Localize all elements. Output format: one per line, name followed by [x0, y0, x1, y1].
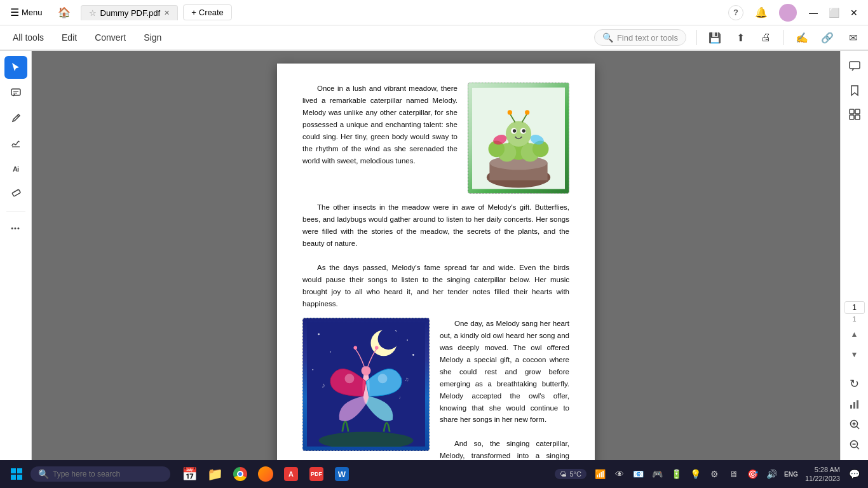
cursor-tool[interactable] [4, 56, 27, 79]
svg-point-24 [525, 110, 529, 114]
stats-button[interactable] [844, 394, 865, 414]
svg-point-23 [508, 110, 512, 114]
upload-icon[interactable]: ⬆ [730, 27, 750, 48]
svg-point-38 [345, 374, 355, 383]
create-plus-icon: + [191, 8, 196, 17]
menu-sign[interactable]: Sign [136, 29, 169, 46]
system-tray-icon-8[interactable]: 🖥 [725, 465, 743, 483]
more-tools[interactable]: ••• [4, 217, 27, 240]
system-tray-icon-9[interactable]: 🎯 [744, 465, 762, 483]
tab-star-icon: ☆ [89, 8, 97, 18]
title-bar-right: ? 🔔 — ⬜ ✕ [728, 3, 863, 23]
sign-icon[interactable]: ✍ [792, 27, 812, 48]
tab-close-icon[interactable]: ✕ [164, 9, 170, 17]
start-button[interactable] [5, 463, 28, 485]
zoom-in-button[interactable] [844, 414, 865, 435]
avatar-button[interactable] [779, 4, 797, 22]
butterfly-image: ♪ ♫ ♪ [302, 318, 430, 451]
pdf-tab[interactable]: ☆ Dummy PDF.pdf ✕ [81, 5, 179, 20]
menu-bar: All tools Edit Convert Sign 🔍 Find text … [0, 25, 868, 51]
caterpillar-image [468, 83, 569, 194]
system-tray-icon-1[interactable]: 📶 [592, 465, 609, 483]
search-placeholder: Find text or tools [617, 33, 678, 43]
extra-panel-controls: ↻ [844, 374, 865, 455]
ai-tool[interactable]: Ai [4, 158, 27, 180]
svg-point-28 [318, 333, 320, 335]
system-tray-icon-2[interactable]: 👁 [611, 465, 628, 483]
menu-divider-2 [783, 30, 784, 45]
bookmark-panel-button[interactable] [844, 80, 865, 100]
notifications-button[interactable]: 🔔 [751, 3, 771, 23]
taskbar-right: 🌤 5°C 📶 👁 📧 🎮 🔋 💡 ⚙ 🖥 🎯 🔊 ENG 5:28 AM 11… [555, 465, 863, 484]
system-tray: 📶 👁 📧 🎮 🔋 💡 ⚙ 🖥 🎯 🔊 ENG [592, 465, 800, 483]
taskbar-pdf-app[interactable]: PDF [305, 463, 328, 485]
taskbar-chrome-app[interactable] [229, 463, 252, 485]
svg-rect-63 [11, 475, 16, 480]
eraser-tool[interactable] [4, 183, 27, 206]
zoom-out-button[interactable] [844, 435, 865, 455]
menu-action-icons: 💾 ⬆ 🖨 ✍ 🔗 ✉ [694, 27, 863, 48]
scroll-down-button[interactable]: ▼ [844, 344, 865, 365]
system-tray-icon-6[interactable]: 💡 [687, 465, 705, 483]
refresh-button[interactable]: ↻ [844, 374, 865, 394]
search-bar[interactable]: 🔍 Find text or tools [594, 29, 686, 46]
title-bar: ☰ Menu 🏠 ☆ Dummy PDF.pdf ✕ + Create ? 🔔 … [0, 0, 868, 25]
menu-convert[interactable]: Convert [87, 29, 133, 46]
taskbar-search-input[interactable] [53, 470, 154, 478]
taskbar-search[interactable]: 🔍 [31, 466, 170, 482]
menu-edit[interactable]: Edit [54, 29, 85, 46]
svg-rect-0 [11, 89, 20, 95]
system-tray-icon-4[interactable]: 🎮 [649, 465, 667, 483]
system-tray-icon-5[interactable]: 🔋 [668, 465, 686, 483]
menu-button[interactable]: ☰ Menu [5, 4, 48, 21]
svg-point-29 [407, 339, 408, 341]
pdf-scroll[interactable]: Once in a lush and vibrant meadow, there… [32, 51, 840, 460]
svg-point-19 [513, 129, 516, 132]
pdf-text-para2-3: The other insects in the meadow were in … [302, 201, 569, 310]
lang-icon[interactable]: ENG [782, 465, 800, 483]
comment-tool[interactable] [4, 81, 27, 104]
page-total: 1 [844, 315, 865, 323]
close-button[interactable]: ✕ [845, 4, 863, 22]
home-button[interactable]: 🏠 [53, 4, 76, 21]
svg-point-33 [312, 369, 313, 370]
help-button[interactable]: ? [728, 5, 743, 20]
minimize-button[interactable]: — [804, 4, 822, 22]
svg-rect-51 [850, 405, 852, 409]
email-icon[interactable]: ✉ [843, 27, 863, 48]
taskbar-explorer-app[interactable]: 📁 [203, 463, 226, 485]
taskbar-clock[interactable]: 5:28 AM 11/22/2023 [805, 465, 840, 484]
comment-panel-button[interactable] [844, 56, 865, 76]
taskbar-word-app[interactable]: W [330, 463, 353, 485]
signature-tool[interactable] [4, 132, 27, 155]
right-panel: 1 1 ▲ ▼ ↻ [840, 51, 868, 460]
scroll-up-button[interactable]: ▲ [844, 324, 865, 344]
svg-text:♫: ♫ [404, 376, 409, 383]
menu-all-tools[interactable]: All tools [5, 29, 51, 46]
pencil-tool[interactable] [4, 107, 27, 130]
print-icon[interactable]: 🖨 [756, 27, 776, 48]
svg-point-35 [378, 328, 399, 349]
system-tray-icon-3[interactable]: 📧 [630, 465, 648, 483]
svg-rect-52 [853, 402, 855, 409]
create-label: Create [199, 8, 224, 17]
volume-icon[interactable]: 🔊 [763, 465, 781, 483]
svg-rect-61 [11, 468, 16, 473]
time-display: 5:28 AM [805, 465, 840, 474]
title-bar-left: ☰ Menu 🏠 ☆ Dummy PDF.pdf ✕ + Create [5, 4, 232, 21]
grid-panel-button[interactable] [844, 104, 865, 125]
taskbar-calendar-app[interactable]: 📅 [178, 463, 201, 485]
create-button[interactable]: + Create [183, 4, 232, 20]
tab-title: Dummy PDF.pdf [100, 8, 161, 18]
window-controls: — ⬜ ✕ [804, 4, 863, 22]
maximize-button[interactable]: ⬜ [825, 4, 843, 22]
system-tray-icon-7[interactable]: ⚙ [706, 465, 724, 483]
temp-value: 5°C [569, 470, 581, 478]
taskbar-red-app[interactable]: A [280, 463, 302, 485]
link-icon[interactable]: 🔗 [817, 27, 837, 48]
svg-rect-5 [12, 189, 20, 196]
save-icon[interactable]: 💾 [705, 27, 725, 48]
taskbar-orange-app[interactable] [254, 463, 277, 485]
page-number[interactable]: 1 [844, 301, 865, 314]
notification-button[interactable]: 💬 [845, 465, 863, 483]
